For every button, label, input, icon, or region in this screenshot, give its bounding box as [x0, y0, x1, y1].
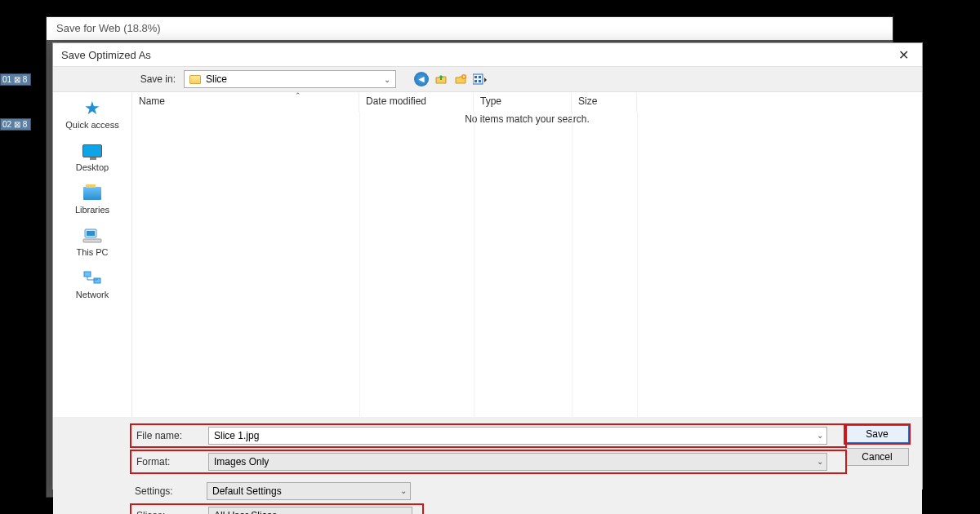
settings-label: Settings:	[135, 485, 200, 497]
column-size[interactable]: Size	[572, 92, 637, 112]
sidebar-item-label: Network	[76, 290, 109, 299]
column-name[interactable]: Name ⌃	[132, 92, 359, 112]
sidebar-item-this-pc[interactable]: This PC	[76, 226, 108, 257]
format-value: Images Only	[214, 456, 269, 467]
column-headers: Name ⌃ Date modified Type Size	[132, 92, 922, 112]
save-button[interactable]: Save	[845, 425, 909, 443]
svg-rect-1	[473, 74, 483, 84]
sidebar-item-desktop[interactable]: Desktop	[76, 141, 109, 172]
column-date[interactable]: Date modified	[359, 92, 474, 112]
settings-row: Settings: Default Settings ⌄	[135, 482, 845, 500]
svg-rect-5	[479, 80, 481, 82]
svg-rect-2	[474, 76, 477, 78]
view-menu-icon[interactable]	[473, 72, 488, 86]
save-in-dropdown[interactable]: Slice ⌄	[184, 70, 396, 88]
filename-input[interactable]: Slice 1.jpg ⌄	[208, 427, 827, 445]
chevron-down-icon: ⌄	[400, 486, 407, 495]
format-label: Format:	[136, 456, 202, 467]
sidebar-item-network[interactable]: Network	[76, 268, 109, 299]
column-divider	[474, 112, 474, 417]
this-pc-icon	[81, 226, 104, 246]
settings-dropdown[interactable]: Default Settings ⌄	[207, 482, 411, 500]
folder-icon	[189, 75, 201, 84]
sort-chevron-icon: ⌃	[295, 91, 301, 100]
svg-rect-8	[83, 239, 101, 242]
column-divider	[637, 112, 638, 417]
toolbar-icons: ◄	[414, 72, 488, 86]
save-in-value: Slice	[206, 73, 227, 85]
chevron-down-icon: ⌄	[817, 457, 823, 466]
column-type[interactable]: Type	[474, 92, 572, 112]
svg-rect-3	[479, 76, 481, 78]
sidebar-item-label: Quick access	[65, 120, 118, 130]
outer-window-title: Save for Web (18.8%)	[47, 17, 893, 40]
sidebar-item-label: This PC	[76, 247, 108, 257]
slice-tag-01[interactable]: 01 ⊠ 8	[0, 73, 31, 86]
format-row: Format: Images Only ⌄	[135, 451, 845, 472]
no-items-message: No items match your search.	[132, 112, 922, 125]
format-dropdown[interactable]: Images Only ⌄	[208, 453, 827, 471]
chevron-down-icon: ⌄	[817, 431, 823, 440]
save-in-label: Save in:	[135, 73, 176, 85]
libraries-icon	[81, 184, 104, 203]
slice-tag-02[interactable]: 02 ⊠ 8	[0, 118, 31, 131]
slices-label: Slices:	[136, 510, 202, 514]
svg-rect-9	[84, 272, 91, 277]
toolbar-row: Save in: Slice ⌄ ◄	[53, 66, 922, 92]
main-area: ★ Quick access Desktop Libraries This PC	[53, 92, 922, 417]
up-one-level-icon[interactable]	[434, 72, 448, 86]
close-icon[interactable]: ✕	[893, 47, 914, 63]
quick-access-icon: ★	[81, 99, 104, 118]
dialog-titlebar: Save Optimized As ✕	[53, 43, 922, 66]
sidebar-item-libraries[interactable]: Libraries	[75, 184, 109, 215]
column-divider	[359, 112, 360, 417]
filename-label: File name:	[136, 430, 202, 441]
chevron-down-icon: ⌄	[384, 75, 390, 84]
slices-value: All User Slices	[214, 510, 277, 514]
settings-value: Default Settings	[212, 485, 282, 497]
svg-rect-4	[474, 80, 477, 82]
save-optimized-as-dialog: Save Optimized As ✕ Save in: Slice ⌄ ◄ ★	[52, 42, 923, 490]
desktop-icon	[81, 141, 104, 161]
sidebar-item-quick-access[interactable]: ★ Quick access	[65, 99, 118, 130]
new-folder-icon[interactable]	[453, 72, 468, 86]
cancel-button[interactable]: Cancel	[845, 448, 909, 466]
filename-row: File name: Slice 1.jpg ⌄	[135, 425, 845, 446]
slice-tags: 01 ⊠ 8 02 ⊠ 8	[0, 73, 31, 131]
chevron-down-icon: ⌄	[402, 511, 408, 514]
filename-value: Slice 1.jpg	[214, 430, 259, 441]
column-divider	[572, 112, 572, 417]
back-icon[interactable]: ◄	[414, 72, 429, 86]
file-list-view[interactable]: Name ⌃ Date modified Type Size No items …	[131, 92, 922, 417]
bottom-panel: File name: Slice 1.jpg ⌄ Format: Images …	[53, 417, 922, 514]
svg-rect-7	[87, 231, 95, 236]
dialog-buttons: Save Cancel	[845, 425, 909, 466]
places-sidebar: ★ Quick access Desktop Libraries This PC	[53, 92, 131, 417]
slices-row: Slices: All User Slices ⌄	[135, 505, 422, 514]
sidebar-item-label: Libraries	[75, 205, 109, 215]
sidebar-item-label: Desktop	[76, 162, 109, 172]
dialog-title: Save Optimized As	[61, 49, 151, 61]
network-icon	[81, 268, 104, 288]
slices-dropdown[interactable]: All User Slices ⌄	[208, 507, 412, 514]
